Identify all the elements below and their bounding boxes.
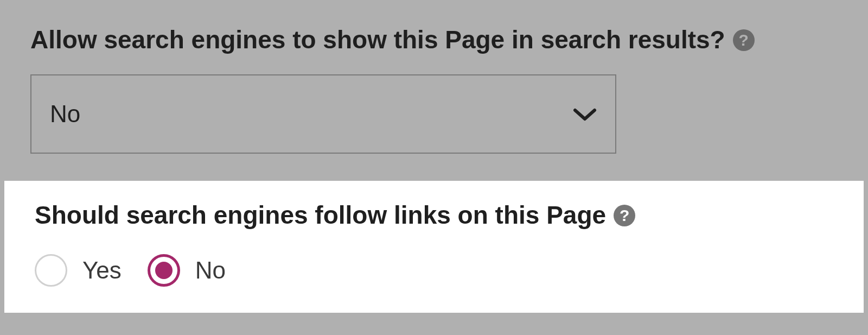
allow-search-select[interactable]: No xyxy=(30,74,616,154)
allow-search-section: Allow search engines to show this Page i… xyxy=(0,0,868,181)
allow-search-label-row: Allow search engines to show this Page i… xyxy=(30,25,838,55)
radio-circle-no xyxy=(148,254,180,287)
help-icon[interactable]: ? xyxy=(733,29,755,51)
allow-search-label: Allow search engines to show this Page i… xyxy=(30,25,725,55)
follow-links-radio-group: Yes No xyxy=(35,254,833,287)
follow-links-label: Should search engines follow links on th… xyxy=(35,200,606,230)
radio-option-no[interactable]: No xyxy=(148,254,226,287)
help-icon[interactable]: ? xyxy=(614,205,635,226)
radio-circle-yes xyxy=(35,254,67,287)
allow-search-select-value: No xyxy=(50,100,573,128)
radio-option-yes[interactable]: Yes xyxy=(35,254,122,287)
radio-label-yes: Yes xyxy=(82,257,122,284)
radio-label-no: No xyxy=(195,257,226,284)
follow-links-label-row: Should search engines follow links on th… xyxy=(35,200,833,230)
follow-links-section: Should search engines follow links on th… xyxy=(4,181,864,313)
chevron-down-icon xyxy=(573,102,597,126)
